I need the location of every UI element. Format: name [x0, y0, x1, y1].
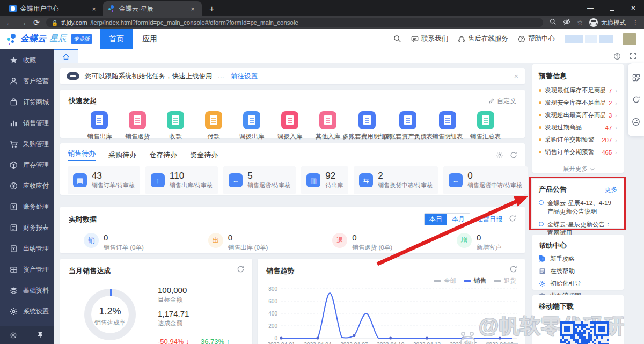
- address-bar[interactable]: 🔒 tf.jdy.com/ierp/index.html?formId=pc_m…: [46, 18, 544, 27]
- todo-stat-card[interactable]: ▤ 43 销售订单/待审核: [68, 166, 140, 194]
- toggle-today[interactable]: 本日: [425, 214, 447, 225]
- quick-launch-item[interactable]: 销售退货: [119, 111, 157, 141]
- sidebar-pin-icon[interactable]: [27, 326, 54, 344]
- sidebar-item-accounting[interactable]: 账务处理: [0, 197, 54, 217]
- monthly-refresh-icon[interactable]: [237, 265, 245, 275]
- todo-stat-card[interactable]: ⇆ 2 销售换货申请/待审核: [354, 166, 438, 194]
- quick-launch-item[interactable]: 销售明细表: [428, 111, 466, 141]
- sidebar-item-base-data[interactable]: 基础资料: [0, 281, 54, 301]
- toggle-month[interactable]: 本月: [447, 214, 470, 225]
- quick-launch-item[interactable]: 收款: [157, 111, 195, 141]
- todo-stat-card[interactable]: ▥ 92 待出库: [301, 166, 348, 194]
- sidebar-item-finance-report[interactable]: 财务报表: [0, 218, 54, 238]
- quick-launch-item[interactable]: 多账套费用明细表: [347, 111, 387, 141]
- search-icon[interactable]: [393, 35, 401, 43]
- sidebar-item-mall[interactable]: 订货商城: [0, 92, 54, 112]
- todo-settings-icon[interactable]: [496, 151, 503, 159]
- nav-tab-home[interactable]: 首页: [100, 29, 133, 49]
- chevron-right-icon: ›: [615, 137, 617, 143]
- quick-launch-item[interactable]: 调拨入库: [270, 111, 309, 141]
- widgets-edit-icon[interactable]: [632, 74, 640, 82]
- todo-stat-card[interactable]: ← 0 销售退货申请/待审核: [443, 166, 528, 194]
- tab-warehouse-todo[interactable]: 仓存待办: [149, 150, 177, 160]
- alert-row[interactable]: 发现超出最高库存商品 3 ›: [539, 109, 617, 121]
- daily-report-link[interactable]: 经营日报: [477, 215, 502, 224]
- new-tab-button[interactable]: +: [206, 4, 217, 16]
- chat-bubble-icon: [539, 255, 546, 262]
- expand-more-button[interactable]: 展开更多: [532, 162, 624, 175]
- alert-row[interactable]: 发现最低库存不足商品 7 ›: [539, 84, 617, 97]
- go-to-settings-link[interactable]: 前往设置: [231, 72, 258, 81]
- legend-item[interactable]: 销售: [464, 277, 486, 285]
- more-link[interactable]: 更多: [605, 186, 617, 194]
- sidebar-item-inventory[interactable]: 库存管理: [0, 155, 54, 175]
- zoom-search-icon[interactable]: [550, 18, 557, 27]
- sidebar-item-favorites[interactable]: 收藏: [0, 50, 54, 70]
- help-item-init-guide[interactable]: 初始化引导: [539, 280, 617, 288]
- sidebar-item-purchase[interactable]: 采购管理: [0, 134, 54, 154]
- quick-launch-item[interactable]: 销售出库: [80, 111, 119, 141]
- maximize-button[interactable]: [601, 0, 623, 16]
- help-item-newbie[interactable]: 新手攻略: [539, 255, 617, 263]
- legend-item[interactable]: 全部: [434, 277, 456, 285]
- tab-sales-todo[interactable]: 销售待办: [68, 149, 96, 161]
- nav-tab-apps[interactable]: 应用: [133, 29, 166, 49]
- contact-us-link[interactable]: 联系我们: [411, 34, 448, 43]
- sidebar-item-asset[interactable]: 资产管理: [0, 260, 54, 280]
- after-sales-service-link[interactable]: 售后在线服务: [458, 34, 508, 43]
- sidebar-item-cashier[interactable]: 出纳管理: [0, 239, 54, 259]
- eye-off-icon[interactable]: [563, 18, 570, 27]
- quick-launch-item[interactable]: 调拨出库: [233, 111, 271, 141]
- banner-close-icon[interactable]: ×: [514, 72, 518, 80]
- sidebar-item-sales[interactable]: 销售管理: [0, 113, 54, 133]
- forward-icon[interactable]: →: [19, 18, 27, 27]
- refresh-icon[interactable]: ⟳: [33, 18, 40, 27]
- sidebar-settings-icon[interactable]: [0, 326, 27, 344]
- browser-toolbar: ← → ⟳ 🔒 tf.jdy.com/ierp/index.html?formI…: [0, 16, 644, 29]
- quick-launch-item[interactable]: 多账套资产负债表: [387, 111, 428, 141]
- alert-row[interactable]: 发现过期商品 47 ›: [539, 121, 617, 134]
- close-window-button[interactable]: ✕: [623, 0, 644, 16]
- todo-stat-card[interactable]: ↑ 110 销售出库/待审核: [145, 166, 218, 194]
- avatar[interactable]: [623, 33, 636, 45]
- help-item-online[interactable]: 在线帮助: [539, 267, 617, 275]
- tab-purchase-todo[interactable]: 采购待办: [108, 150, 136, 160]
- quick-launch-item[interactable]: 其他入库: [309, 111, 347, 141]
- bookmark-star-icon[interactable]: ☆: [577, 19, 583, 26]
- customize-button[interactable]: 自定义: [488, 96, 516, 106]
- trend-refresh-icon[interactable]: [509, 265, 517, 275]
- todo-refresh-icon[interactable]: [510, 151, 517, 159]
- quick-launch-item[interactable]: 付款: [195, 111, 233, 141]
- tab-close-icon[interactable]: ×: [90, 5, 98, 13]
- alert-row[interactable]: 发现安全库存不足商品 2 ›: [539, 97, 617, 109]
- page-help-icon[interactable]: [613, 53, 621, 60]
- tab-funds-todo[interactable]: 资金待办: [190, 150, 218, 160]
- help-center-link[interactable]: 帮助中心: [518, 34, 555, 43]
- sidebar-footer: [0, 326, 54, 344]
- alert-row[interactable]: 销售订单交期预警 465 ›: [539, 146, 617, 158]
- sidebar-item-receivable-payable[interactable]: 应收应付: [0, 176, 54, 196]
- tab-home-console[interactable]: [54, 49, 78, 63]
- sidebar-item-customer[interactable]: 客户经营: [0, 71, 54, 91]
- browser-tab-xingchen[interactable]: 金蝶云·星辰 ×: [103, 1, 202, 16]
- yoy-block: -50.94% ↓ 同比: [158, 338, 201, 344]
- quick-launch-item[interactable]: 销售汇总表: [466, 111, 504, 141]
- alert-row[interactable]: 采购订单交期预警 207 ›: [539, 134, 617, 146]
- refresh-icon[interactable]: [632, 96, 640, 104]
- realtime-refresh-icon[interactable]: [509, 215, 516, 224]
- dotted-divider: [158, 333, 244, 333]
- legend-item[interactable]: 退货: [494, 277, 516, 285]
- tab-close-icon[interactable]: ×: [188, 5, 197, 13]
- sidebar-item-settings[interactable]: 系统设置: [0, 302, 54, 321]
- announcement-item[interactable]: 金蝶云·星辰4-12、4-19产品更新公告说明: [539, 199, 617, 216]
- switch-mode-icon[interactable]: [632, 118, 640, 126]
- shopping-bag-icon: [10, 98, 18, 106]
- todo-stat-card[interactable]: ← 5 销售退货/待审核: [223, 166, 296, 194]
- back-icon[interactable]: ←: [5, 18, 13, 27]
- fullscreen-icon[interactable]: [630, 53, 636, 60]
- trend-title: 销售趋势: [266, 267, 294, 275]
- minimize-button[interactable]: —: [580, 0, 601, 16]
- todo-stat-icon: ←: [449, 173, 463, 187]
- browser-menu-icon[interactable]: ⋮: [632, 19, 639, 26]
- browser-tab-user-center[interactable]: 金蝶用户中心 ×: [4, 1, 103, 16]
